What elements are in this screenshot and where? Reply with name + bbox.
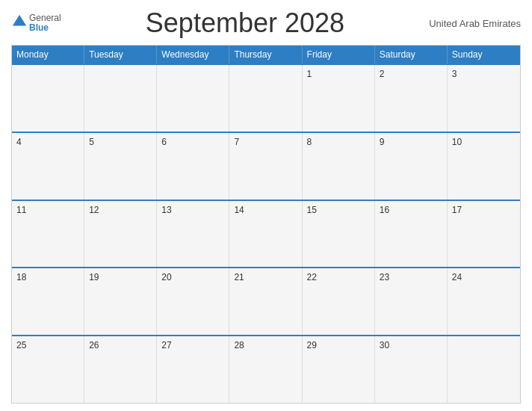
day-headers: MondayTuesdayWednesdayThursdayFridaySatu…	[12, 46, 520, 64]
day-number: 19	[89, 272, 99, 282]
day-cell: 22	[303, 268, 375, 335]
day-number: 24	[452, 272, 462, 282]
day-number: 3	[452, 69, 457, 79]
day-number: 30	[380, 340, 389, 350]
day-cell: 28	[229, 336, 302, 403]
day-number: 1	[307, 69, 312, 79]
week-row: 18192021222324	[12, 267, 520, 335]
day-cell	[157, 65, 229, 132]
day-number: 11	[16, 205, 26, 215]
day-number: 26	[89, 340, 99, 350]
day-cell: 21	[229, 268, 302, 335]
day-cell: 19	[84, 268, 157, 335]
day-number: 27	[161, 340, 171, 350]
day-number: 17	[452, 205, 462, 215]
logo: General Blue	[11, 13, 61, 33]
day-cell	[84, 65, 157, 132]
day-cell: 16	[375, 201, 448, 268]
week-row: 252627282930	[12, 335, 520, 403]
month-title: September 2028	[61, 7, 429, 39]
day-header: Monday	[12, 46, 84, 64]
country-label: United Arab Emirates	[429, 18, 521, 29]
day-cell	[12, 65, 84, 132]
day-number: 23	[380, 272, 389, 282]
day-header: Wednesday	[157, 46, 229, 64]
day-header: Tuesday	[84, 46, 157, 64]
day-cell: 14	[229, 201, 302, 268]
day-number: 9	[380, 137, 385, 147]
calendar-container: General Blue September 2028 United Arab …	[0, 0, 532, 411]
day-cell: 5	[84, 133, 157, 200]
day-cell: 24	[448, 268, 520, 335]
day-cell: 2	[375, 65, 448, 132]
day-cell: 1	[303, 65, 375, 132]
svg-marker-0	[13, 15, 26, 26]
calendar-header: General Blue September 2028 United Arab …	[11, 7, 521, 39]
day-cell: 23	[375, 268, 448, 335]
day-cell: 10	[448, 133, 520, 200]
calendar-grid: MondayTuesdayWednesdayThursdayFridaySatu…	[11, 45, 521, 404]
day-cell	[448, 336, 520, 403]
day-cell: 25	[12, 336, 84, 403]
day-number: 21	[234, 272, 244, 282]
day-header: Saturday	[375, 46, 448, 64]
week-row: 45678910	[12, 132, 520, 200]
day-header: Friday	[303, 46, 375, 64]
day-cell	[229, 65, 302, 132]
day-number: 12	[89, 205, 99, 215]
day-number: 14	[234, 205, 244, 215]
day-number: 16	[380, 205, 389, 215]
day-cell: 8	[303, 133, 375, 200]
day-number: 2	[380, 69, 385, 79]
day-cell: 7	[229, 133, 302, 200]
week-row: 123	[12, 64, 520, 132]
day-cell: 12	[84, 201, 157, 268]
day-cell: 17	[448, 201, 520, 268]
day-number: 5	[89, 137, 94, 147]
day-number: 7	[234, 137, 239, 147]
day-cell: 27	[157, 336, 229, 403]
day-cell: 30	[375, 336, 448, 403]
day-cell: 20	[157, 268, 229, 335]
day-header: Thursday	[229, 46, 302, 64]
day-number: 15	[307, 205, 317, 215]
logo-blue: Blue	[29, 23, 61, 33]
day-number: 6	[161, 137, 167, 147]
day-cell: 3	[448, 65, 520, 132]
day-number: 25	[16, 340, 26, 350]
day-number: 29	[307, 340, 317, 350]
day-cell: 18	[12, 268, 84, 335]
day-header: Sunday	[448, 46, 520, 64]
day-number: 4	[16, 137, 22, 147]
day-number: 20	[161, 272, 171, 282]
day-cell: 13	[157, 201, 229, 268]
day-number: 22	[307, 272, 317, 282]
day-number: 18	[16, 272, 26, 282]
day-cell: 11	[12, 201, 84, 268]
day-number: 13	[161, 205, 171, 215]
day-number: 28	[234, 340, 244, 350]
day-cell: 26	[84, 336, 157, 403]
week-row: 11121314151617	[12, 200, 520, 268]
day-cell: 29	[303, 336, 375, 403]
logo-text: General Blue	[29, 13, 61, 33]
weeks: 1234567891011121314151617181920212223242…	[12, 64, 520, 403]
day-number: 10	[452, 137, 462, 147]
logo-icon	[11, 13, 28, 30]
day-number: 8	[307, 137, 312, 147]
day-cell: 9	[375, 133, 448, 200]
day-cell: 4	[12, 133, 84, 200]
day-cell: 15	[303, 201, 375, 268]
day-cell: 6	[157, 133, 229, 200]
